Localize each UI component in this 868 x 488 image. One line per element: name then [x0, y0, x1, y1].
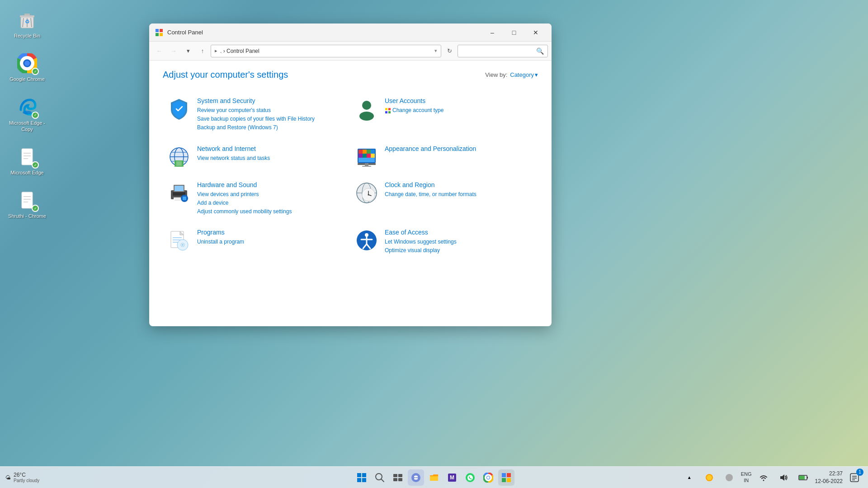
- appearance-content: Appearance and Personalization: [385, 145, 533, 154]
- window-icon: [155, 28, 164, 37]
- backup-restore-link[interactable]: Backup and Restore (Windows 7): [197, 123, 346, 132]
- svg-rect-26: [385, 108, 387, 110]
- page-title: Adjust your computer's settings: [163, 70, 288, 80]
- weather-widget[interactable]: 🌤 26°C Partly cloudy: [5, 472, 39, 483]
- system-security-title[interactable]: System and Security: [197, 97, 346, 104]
- ease-access-title[interactable]: Ease of Access: [385, 229, 533, 236]
- forward-button[interactable]: →: [167, 45, 180, 57]
- weather-desc: Partly cloudy: [14, 478, 39, 483]
- recent-locations-button[interactable]: ▾: [182, 45, 194, 57]
- search-box[interactable]: 🔍: [458, 45, 548, 57]
- microsoft-edge-copy-icon[interactable]: ✓ Microsoft Edge - Copy: [5, 96, 50, 133]
- hardware-sound-title[interactable]: Hardware and Sound: [197, 181, 346, 188]
- tray-icon-1[interactable]: [701, 469, 717, 486]
- svg-point-107: [707, 475, 712, 480]
- svg-point-25: [359, 112, 374, 121]
- file-explorer-button[interactable]: [426, 469, 442, 486]
- view-devices-link[interactable]: View devices and printers: [197, 190, 346, 199]
- minimize-button[interactable]: –: [482, 25, 503, 40]
- network-internet-icon: [167, 145, 191, 169]
- clock-display[interactable]: 22:37 12-06-2022: [815, 470, 843, 485]
- search-button[interactable]: [372, 469, 388, 486]
- svg-rect-16: [22, 192, 33, 208]
- svg-rect-42: [367, 150, 371, 154]
- ease-access-content: Ease of Access Let Windows suggest setti…: [385, 229, 533, 255]
- svg-rect-40: [359, 150, 363, 154]
- svg-rect-47: [371, 154, 375, 158]
- svg-rect-2: [24, 14, 30, 15]
- wifi-icon[interactable]: [755, 469, 772, 486]
- whatsapp-button[interactable]: [462, 469, 478, 486]
- svg-text:M: M: [450, 474, 454, 481]
- tray-arrow[interactable]: ▲: [681, 469, 698, 486]
- svg-text:♻: ♻: [25, 19, 30, 25]
- chevron-down-icon: ▾: [535, 71, 538, 78]
- category-programs: Programs Uninstall a program: [163, 222, 350, 261]
- back-button[interactable]: ←: [153, 45, 165, 57]
- title-bar: Control Panel – □ ✕: [149, 23, 552, 42]
- clock-region-icon: [355, 181, 378, 205]
- category-hardware-sound: Hardware and Sound View devices and prin…: [163, 175, 350, 223]
- svg-rect-37: [176, 161, 182, 166]
- taskbar-right: ▲ ENG IN: [681, 469, 863, 486]
- volume-icon[interactable]: [775, 469, 792, 486]
- recycle-bin-icon[interactable]: ♻ Recycle Bin: [5, 9, 50, 39]
- start-button[interactable]: [354, 469, 370, 486]
- appearance-title[interactable]: Appearance and Personalization: [385, 145, 533, 152]
- svg-point-93: [415, 477, 416, 478]
- change-account-link[interactable]: Change account type: [385, 106, 533, 117]
- uninstall-link[interactable]: Uninstall a program: [197, 238, 346, 246]
- programs-title[interactable]: Programs: [197, 229, 346, 236]
- chrome-taskbar-button[interactable]: [480, 469, 496, 486]
- google-chrome-icon[interactable]: ✓ Google Chrome: [5, 52, 50, 82]
- svg-rect-41: [363, 150, 367, 154]
- tray-icon-2[interactable]: [721, 469, 737, 486]
- network-status-link[interactable]: View network status and tasks: [197, 154, 346, 163]
- category-user-accounts: User Accounts Change account type: [350, 91, 538, 139]
- svg-rect-29: [388, 111, 391, 113]
- review-status-link[interactable]: Review your computer's status: [197, 106, 346, 115]
- optimize-display-link[interactable]: Optimize visual display: [385, 246, 533, 255]
- network-internet-title[interactable]: Network and Internet: [197, 145, 346, 152]
- close-button[interactable]: ✕: [525, 25, 546, 40]
- task-view-button[interactable]: [390, 469, 406, 486]
- clock-region-content: Clock and Region Change date, time, or n…: [385, 181, 533, 199]
- svg-rect-90: [393, 478, 397, 481]
- app5-button[interactable]: M: [444, 469, 460, 486]
- svg-rect-103: [507, 473, 511, 477]
- shruthi-chrome-icon[interactable]: ✓ Shruthi - Chrome: [5, 189, 50, 219]
- svg-point-68: [368, 194, 369, 195]
- battery-icon[interactable]: [795, 469, 811, 486]
- main-content: Adjust your computer's settings View by:…: [149, 61, 552, 326]
- refresh-button[interactable]: ↻: [443, 45, 456, 57]
- weather-icon: 🌤: [5, 474, 11, 481]
- notification-center-button[interactable]: 1: [846, 469, 863, 486]
- control-panel-taskbar-button[interactable]: [498, 469, 514, 486]
- address-bar: ← → ▾ ↑ ▸ . › Control Panel ▾ ↻ 🔍: [149, 42, 552, 61]
- user-accounts-content: User Accounts Change account type: [385, 97, 533, 117]
- svg-rect-22: [156, 33, 159, 36]
- address-text: . › Control Panel: [220, 48, 432, 54]
- address-input[interactable]: ▸ . › Control Panel ▾: [211, 45, 441, 57]
- language-indicator[interactable]: ENG IN: [741, 471, 752, 483]
- microsoft-edge-file-icon[interactable]: ✓ Microsoft Edge: [5, 146, 50, 176]
- clock-region-title[interactable]: Clock and Region: [385, 181, 533, 188]
- search-input[interactable]: [462, 48, 534, 54]
- svg-rect-95: [430, 476, 438, 481]
- date-time-link[interactable]: Change date, time, or number formats: [385, 190, 533, 199]
- up-button[interactable]: ↑: [196, 45, 209, 57]
- add-device-link[interactable]: Add a device: [197, 199, 346, 207]
- windows-suggest-link[interactable]: Let Windows suggest settings: [385, 238, 533, 246]
- shruthi-chrome-label: Shruthi - Chrome: [8, 213, 46, 219]
- taskbar-center: M: [354, 469, 514, 486]
- mobility-settings-link[interactable]: Adjust commonly used mobility settings: [197, 207, 346, 216]
- file-history-link[interactable]: Save backup copies of your files with Fi…: [197, 115, 346, 123]
- discord-button[interactable]: [408, 469, 424, 486]
- svg-rect-27: [388, 108, 391, 110]
- user-accounts-title[interactable]: User Accounts: [385, 97, 533, 104]
- appearance-icon: [355, 145, 378, 169]
- maximize-button[interactable]: □: [504, 25, 524, 40]
- programs-content: Programs Uninstall a program: [197, 229, 346, 246]
- svg-point-108: [726, 474, 733, 481]
- view-by-dropdown[interactable]: Category ▾: [510, 71, 538, 78]
